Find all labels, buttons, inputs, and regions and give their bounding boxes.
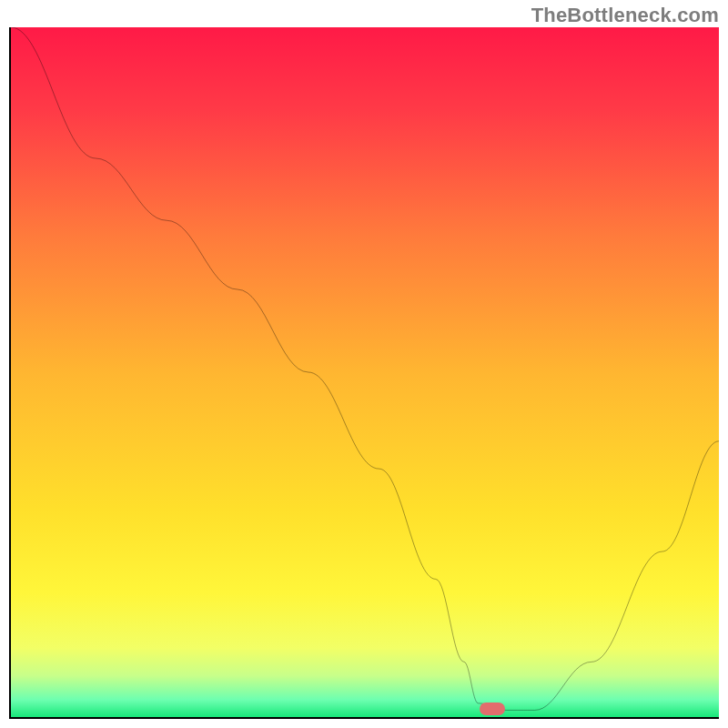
chart-canvas: TheBottleneck.com <box>0 0 728 728</box>
watermark-text: TheBottleneck.com <box>531 4 719 27</box>
plot-area <box>9 27 719 719</box>
optimal-marker <box>480 703 505 715</box>
bottleneck-curve <box>11 27 719 717</box>
